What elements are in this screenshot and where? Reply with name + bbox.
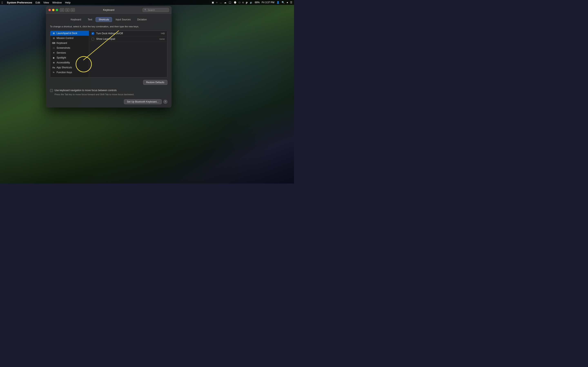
menubar-camera-icon: ○ <box>216 1 217 4</box>
maximize-button[interactable] <box>56 9 58 11</box>
traffic-lights <box>48 9 58 11</box>
keyboard-icon: ⌨ <box>52 42 55 44</box>
category-label-accessibility: Accessibility <box>57 61 70 64</box>
menubar-dots-icon: … <box>219 1 222 4</box>
launchpad-icon: ⊞ <box>52 32 55 35</box>
titlebar-nav: ‹ › <box>60 8 70 12</box>
menubar-help[interactable]: Help <box>65 1 70 4</box>
menubar-bluetooth-icon: ⎋ <box>242 1 244 4</box>
tab-text[interactable]: Text <box>85 17 95 22</box>
category-label-keyboard: Keyboard <box>57 42 67 44</box>
help-button[interactable]: ? <box>163 100 167 104</box>
category-list: ⊞ Launchpad & Dock ⊟ Mission Control ⌨ K… <box>50 31 89 77</box>
category-item-services[interactable]: ✳ Services <box>50 50 89 55</box>
close-button[interactable] <box>48 9 51 11</box>
category-item-accessibility[interactable]: ⊕ Accessibility <box>50 60 89 65</box>
menubar-airplay-icon: □ <box>239 1 240 4</box>
shortcut-list: Turn Dock Hiding On/Off ⌥⌘D Show Launchp… <box>89 31 167 77</box>
menubar-right: ▣ ○ … ☁ 🎧 ⌚ □ ⎋ 𝞀 🔉 88% Fri 3:37 PM 👤 🔍 … <box>212 1 292 4</box>
menubar-search-icon[interactable]: 🔍 <box>282 1 285 4</box>
category-label-function-keys: Function Keys <box>57 71 72 74</box>
menubar-wifi-icon: 𝞀 <box>246 1 248 4</box>
menubar-app-name[interactable]: System Preferences <box>7 1 32 4</box>
back-button[interactable]: ‹ <box>60 8 64 12</box>
screenshots-icon: □ <box>52 47 55 49</box>
menubar-siri-icon[interactable]: ● <box>287 1 288 4</box>
category-item-function-keys[interactable]: fn Function Keys <box>50 70 89 75</box>
category-label-spotlight: Spotlight <box>57 56 66 59</box>
category-item-screenshots[interactable]: □ Screenshots <box>50 45 89 50</box>
category-item-spotlight[interactable]: ◉ Spotlight <box>50 55 89 60</box>
tab-dictation[interactable]: Dictation <box>134 17 150 22</box>
tab-input-sources[interactable]: Input Sources <box>112 17 134 22</box>
category-item-launchpad-dock[interactable]: ⊞ Launchpad & Dock <box>50 31 89 36</box>
category-item-keyboard[interactable]: ⌨ Keyboard <box>50 41 89 45</box>
spotlight-icon: ◉ <box>52 56 55 59</box>
keyboard-nav-label: Use keyboard navigation to move focus be… <box>54 89 117 92</box>
search-box[interactable]: 🔍 <box>143 8 169 12</box>
tab-bar: Keyboard Text Shortcuts Input Sources Di… <box>50 17 167 22</box>
menubar:  System Preferences Edit View Window He… <box>0 0 294 5</box>
shortcut-item-launchpad[interactable]: Show Launchpad none <box>89 36 167 42</box>
mission-control-icon: ⊟ <box>52 37 55 40</box>
category-label-mission-control: Mission Control <box>57 37 73 40</box>
menubar-edit[interactable]: Edit <box>35 1 40 4</box>
search-icon: 🔍 <box>144 9 147 11</box>
shortcut-item-dock-hiding[interactable]: Turn Dock Hiding On/Off ⌥⌘D <box>89 31 167 36</box>
shortcut-name-dock-hiding: Turn Dock Hiding On/Off <box>96 32 161 35</box>
shortcut-panels: ⊞ Launchpad & Dock ⊟ Mission Control ⌨ K… <box>50 31 167 77</box>
menubar-notifications-icon[interactable]: ☰ <box>290 1 292 4</box>
menubar-datetime: Fri 3:37 PM <box>262 1 274 4</box>
menubar-user-icon: 👤 <box>277 1 279 4</box>
app-shortcuts-icon: Aa <box>52 66 55 69</box>
menubar-headphones-icon: 🎧 <box>228 1 232 4</box>
keyboard-nav-sublabel: Press the Tab key to move focus forward … <box>54 93 167 96</box>
apple-menu[interactable]:  <box>2 1 3 4</box>
shortcut-keys-launchpad: none <box>159 38 165 40</box>
menubar-dropbox-icon: ▣ <box>212 1 214 4</box>
tab-keyboard[interactable]: Keyboard <box>68 17 84 22</box>
category-label-launchpad-dock: Launchpad & Dock <box>57 32 77 35</box>
menubar-cloud-icon: ☁ <box>224 1 226 4</box>
minimize-button[interactable] <box>52 9 54 11</box>
category-label-app-shortcuts: App Shortcuts <box>57 66 72 69</box>
search-input[interactable] <box>148 9 167 11</box>
services-icon: ✳ <box>52 51 55 54</box>
instruction-text: To change a shortcut, select it, click t… <box>50 25 167 28</box>
category-item-app-shortcuts[interactable]: Aa App Shortcuts <box>50 65 89 70</box>
keyboard-nav-checkbox[interactable] <box>50 89 53 92</box>
shortcut-checkbox-dock-hiding[interactable] <box>91 32 94 35</box>
menubar-left:  System Preferences Edit View Window He… <box>2 1 70 4</box>
category-item-mission-control[interactable]: ⊟ Mission Control <box>50 36 89 41</box>
category-label-services: Services <box>57 51 66 54</box>
menubar-window[interactable]: Window <box>52 1 62 4</box>
accessibility-icon: ⊕ <box>52 61 55 64</box>
fn-keys-icon: fn <box>52 71 55 74</box>
keyboard-window: ‹ › ⬦ Keyboard 🔍 Keyboard Text Shortcuts… <box>46 6 172 108</box>
grid-button[interactable]: ⬦ <box>70 8 75 12</box>
forward-button[interactable]: › <box>65 8 70 12</box>
bottom-row: Set Up Bluetooth Keyboard... ? <box>50 99 167 104</box>
menubar-view[interactable]: View <box>43 1 49 4</box>
restore-row: Restore Defaults <box>50 80 167 85</box>
category-label-screenshots: Screenshots <box>57 47 70 49</box>
menubar-volume-icon: 🔉 <box>250 1 253 4</box>
window-title: Keyboard <box>103 8 114 11</box>
restore-defaults-button[interactable]: Restore Defaults <box>143 80 167 85</box>
window-content: Keyboard Text Shortcuts Input Sources Di… <box>46 14 172 108</box>
menubar-battery: 88% <box>255 1 260 4</box>
titlebar: ‹ › ⬦ Keyboard 🔍 <box>46 6 172 14</box>
bluetooth-keyboard-button[interactable]: Set Up Bluetooth Keyboard... <box>124 99 162 104</box>
tab-shortcuts[interactable]: Shortcuts <box>95 17 112 22</box>
shortcut-keys-dock-hiding: ⌥⌘D <box>161 32 165 35</box>
shortcut-name-launchpad: Show Launchpad <box>96 38 159 40</box>
menubar-time-machine-icon: ⌚ <box>233 1 237 4</box>
shortcut-checkbox-launchpad[interactable] <box>91 38 94 40</box>
keyboard-nav-row: Use keyboard navigation to move focus be… <box>50 89 167 92</box>
